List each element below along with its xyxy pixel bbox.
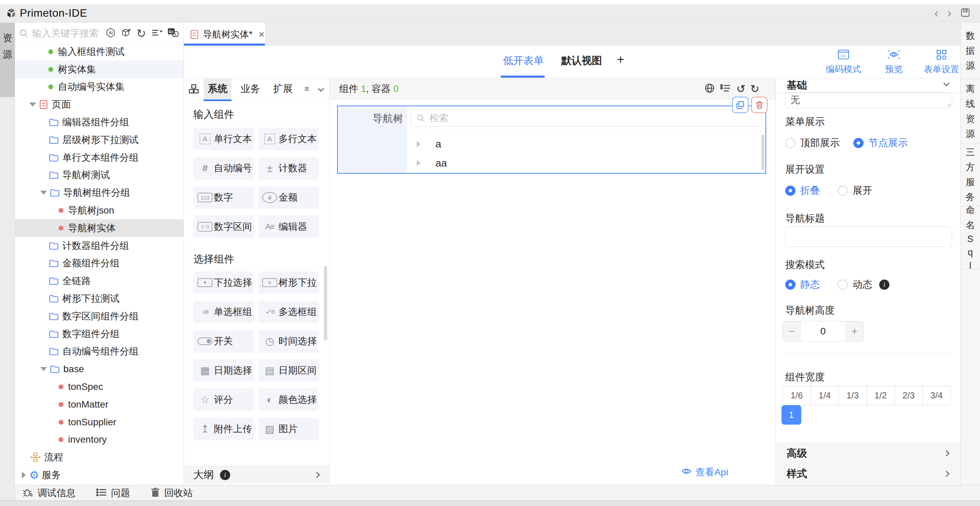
palette-scrollbar[interactable] [324, 266, 327, 341]
problems-button[interactable]: 问题 [96, 487, 130, 500]
palette-item-checkbox-group[interactable]: 多选框组 [258, 301, 319, 323]
rail-tab-third-party-services[interactable]: 三方服务 [961, 144, 980, 206]
tree-item-services[interactable]: ⚙ 服务 [15, 466, 183, 484]
file-tab-navtree-entity[interactable]: 导航树实体* × [184, 23, 265, 46]
palette-tab-system[interactable]: 系统 [204, 79, 232, 99]
nav-title-input[interactable] [785, 226, 952, 247]
style-section-header[interactable]: 样式 [776, 464, 960, 484]
width-option[interactable]: 1/6 [783, 386, 811, 405]
radio-node-display[interactable]: 节点展示 [853, 136, 908, 150]
chevron-down-icon[interactable] [318, 86, 324, 92]
tree-item[interactable]: 编辑器组件分组 [15, 113, 183, 131]
advanced-section-header[interactable]: 高级 [776, 443, 960, 463]
outline-section[interactable]: 大纲 i [184, 466, 329, 484]
navtree-scrollbar[interactable] [761, 135, 764, 170]
code-mode-button[interactable]: </> 编码模式 [821, 49, 865, 75]
palette-item-number[interactable]: 数字 [193, 186, 254, 209]
rail-tab-offline-resources[interactable]: 离线资源 [961, 79, 980, 144]
palette-item-radio-group[interactable]: 单选框组 [193, 301, 254, 323]
form-settings-button[interactable]: 表单设置 [920, 49, 964, 75]
redo-icon[interactable]: ↻ [750, 83, 759, 94]
tree-item-navtree-group[interactable]: 导航树组件分组 [15, 184, 183, 202]
tree-item-process[interactable]: 流程 [15, 449, 183, 466]
new-entity-icon[interactable] [121, 27, 132, 40]
caret-right-icon[interactable] [417, 141, 420, 147]
ai-assistant-icon[interactable]: AI [105, 27, 116, 40]
radio-dynamic[interactable]: 动态 i [838, 278, 889, 291]
tree-item[interactable]: inventory [15, 431, 183, 449]
radio-top-display[interactable]: 顶部展示 [785, 136, 840, 150]
width-option-selected[interactable]: 1 [781, 405, 801, 425]
tree-item[interactable]: 计数器组件分组 [15, 237, 183, 255]
radio-selected-icon[interactable] [853, 138, 864, 148]
recycle-bin-button[interactable]: 回收站 [151, 487, 193, 500]
caret-down-icon[interactable] [40, 367, 47, 371]
tree-item-base-group[interactable]: base [15, 360, 183, 378]
palette-item-date-picker[interactable]: 日期选择 [193, 359, 254, 382]
navtree-node[interactable]: aa [410, 154, 447, 172]
basic-section-header[interactable]: 基础 [776, 78, 960, 92]
tree-item[interactable]: 导航树json [15, 202, 183, 219]
navtree-node[interactable]: a [410, 135, 441, 153]
width-option[interactable]: 1/2 [867, 386, 895, 405]
width-option[interactable]: 1/4 [811, 386, 839, 405]
width-option[interactable]: 2/3 [895, 386, 923, 405]
palette-tab-extension[interactable]: 扩展 [269, 79, 297, 99]
radio-icon[interactable] [785, 138, 795, 148]
palette-menu-icon[interactable]: ≡ [304, 84, 309, 94]
resize-grip-icon[interactable] [945, 102, 951, 107]
tree-item-selected[interactable]: 导航树实体 [15, 219, 183, 237]
palette-item-date-range[interactable]: 日期区间 [258, 359, 319, 382]
undo-icon[interactable]: ↺ [736, 83, 745, 94]
navtree-search-input[interactable] [429, 112, 722, 124]
stepper-minus-button[interactable]: − [783, 321, 800, 341]
palette-item-multi-text[interactable]: 多行文本 [258, 128, 319, 150]
palette-item-amount[interactable]: 金额 [258, 186, 319, 209]
debug-info-button[interactable]: 调试信息 [22, 487, 76, 500]
sidebar-search-input[interactable] [31, 27, 113, 39]
stepper-value[interactable]: 0 [800, 321, 845, 341]
tree-item[interactable]: 导航树测试 [15, 167, 183, 184]
radio-static[interactable]: 静态 [785, 278, 820, 291]
palette-item-image[interactable]: 图片 [258, 418, 319, 440]
view-tab-lowcode-form[interactable]: 低开表单 [503, 54, 544, 68]
tree-item[interactable]: 全链路 [15, 272, 183, 290]
globe-icon[interactable] [704, 83, 715, 95]
tree-item-pages[interactable]: 页面 [15, 96, 183, 113]
nav-forward-icon[interactable]: › [947, 7, 951, 19]
radio-icon[interactable] [838, 280, 848, 290]
palette-item-tree-dropdown[interactable]: 树形下拉 [258, 271, 319, 294]
palette-item-single-text[interactable]: 单行文本 [193, 128, 254, 150]
refresh-icon[interactable]: ↻ [137, 27, 146, 39]
palette-item-auto-number[interactable]: 自动编号 [193, 157, 254, 180]
view-api-link[interactable]: 查看Api [681, 466, 728, 479]
radio-selected-icon[interactable] [785, 186, 795, 196]
tree-item[interactable]: 数字区间组件分组 [15, 307, 183, 325]
tree-item[interactable]: 输入框组件测试 [15, 43, 183, 60]
caret-right-icon[interactable] [22, 472, 26, 479]
preview-button[interactable]: 预览 [877, 49, 911, 75]
rail-tab-resources[interactable]: 资 源 [0, 23, 15, 97]
caret-right-icon[interactable] [417, 160, 420, 166]
width-option[interactable]: 1/3 [839, 386, 867, 405]
palette-item-counter[interactable]: 计数器 [258, 157, 319, 180]
tree-item[interactable]: 层级树形下拉测试 [15, 131, 183, 149]
close-tab-icon[interactable]: × [259, 29, 265, 40]
tree-item[interactable]: 金额组件分组 [15, 255, 183, 272]
radio-icon[interactable] [838, 186, 848, 196]
rail-tab-named-sql[interactable]: 命名Sql [961, 206, 980, 269]
caret-down-icon[interactable] [29, 102, 36, 107]
nav-back-icon[interactable]: ‹ [934, 7, 939, 19]
tree-item[interactable]: 树实体集 [15, 60, 183, 78]
view-tab-default-view[interactable]: 默认视图 [561, 54, 602, 68]
palette-item-number-range[interactable]: 数字区间 [193, 216, 254, 238]
palette-item-rating[interactable]: 评分 [193, 388, 254, 411]
tree-item[interactable]: 单行文本组件分组 [15, 149, 183, 167]
radio-selected-icon[interactable] [785, 280, 795, 290]
palette-tab-business[interactable]: 业务 [236, 79, 264, 99]
tree-item[interactable]: tonSupplier [15, 414, 183, 431]
save-icon[interactable] [960, 8, 970, 19]
radio-collapse[interactable]: 折叠 [785, 184, 820, 197]
sort-icon[interactable] [151, 27, 162, 39]
radio-expand[interactable]: 展开 [838, 184, 872, 197]
